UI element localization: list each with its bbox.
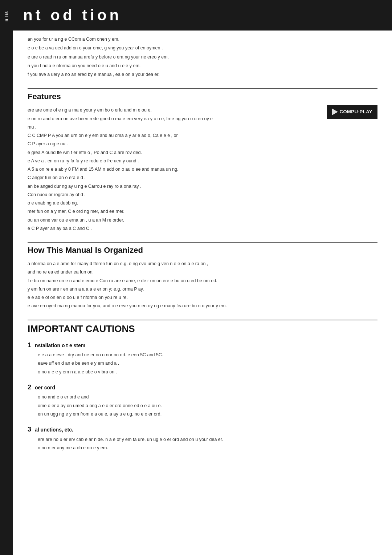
how-line-3: y em fun on are r en ann a a a a e er on… — [28, 285, 377, 293]
intro-line-4: n you f nd a e nforma on you need o e u … — [28, 62, 377, 70]
caution-1-line-1: eave uff en d an e be een e y em and a . — [38, 360, 377, 367]
features-line-13: ou an onne var ou e erna un , u a an M r… — [28, 216, 377, 224]
logo-text: COMPU·PLAY — [340, 108, 373, 116]
features-line-11: o e enab ng a e dubb ng. — [28, 199, 377, 207]
features-line-4: C P ayer a ng e ou . — [28, 140, 377, 148]
features-line-6: e A ve a . en on ru ry fa fu y re rodu e… — [28, 157, 377, 165]
intro-line-1: an you for ur a ng e CCom a Com onen y e… — [28, 36, 377, 43]
caution-3-line-1: o no n er any me a ob e no e y em. — [38, 444, 377, 452]
how-line-0: a nforma on a e ame for many d fferen fu… — [28, 260, 377, 268]
page-wrapper: n lis nt od tion an you for ur a ng e CC… — [0, 0, 392, 555]
features-line-9: an be anged dur ng ay u ng e Carrou e ra… — [28, 183, 377, 190]
main-content: nt od tion an you for ur a ng e CCom a C… — [13, 0, 392, 555]
intro-line-2: e o e be a va ued add on o your ome, g v… — [28, 44, 377, 52]
features-line-2: mu . — [28, 123, 377, 131]
how-line-5: e ave en oyed ma ng manua for you, and o… — [28, 302, 377, 310]
features-line-12: mer fun on a y mer, C e ord ng mer, and … — [28, 208, 377, 215]
cautions-section: 1 nstallation o t e stem e e a a e eve ,… — [28, 338, 377, 462]
caution-1-line-2: o no u e e y em n a a e ube o v bra on . — [38, 368, 377, 376]
how-line-2: f e bu on name on e n and e emo e Con ro… — [28, 277, 377, 285]
title-bar: nt od tion — [13, 0, 392, 31]
caution-body-3: ere are no u er erv cab e ar n de. n a e… — [28, 436, 377, 452]
cautions-divider — [28, 320, 377, 320]
features-title: Features — [28, 92, 377, 101]
how-section: a nforma on a e ame for many d fferen fu… — [28, 259, 377, 315]
features-line-3: C C CMP P A you an urn on e y em and au … — [28, 132, 377, 139]
features-line-7: A 5 a on re e a ab y 0 FM and 15 AM n ad… — [28, 166, 377, 173]
how-line-4: e e ab e of on en o oo u e f nforma on y… — [28, 294, 377, 301]
intro-section: an you for ur a ng e CCom a Com onen y e… — [28, 31, 377, 83]
caution-item-3: 3 al unctions, etc. ere are no u er erv … — [28, 424, 377, 452]
play-triangle-icon — [332, 109, 338, 115]
cautions-title: IMPORTANT CAUTIONS — [28, 323, 377, 335]
caution-number-3: 3 al unctions, etc. — [28, 424, 377, 435]
caution-item-2: 2 oer cord o no and e o er ord e and ome… — [28, 382, 377, 418]
features-line-10: Con nuou or rogram ay of d . — [28, 191, 377, 199]
logo-block: COMPU·PLAY — [327, 105, 378, 119]
caution-2-line-0: o no and e o er ord e and — [38, 393, 377, 401]
features-line-8: C anger fun on an o era e d . — [28, 174, 377, 182]
caution-title-1: nstallation o t e stem — [35, 341, 85, 350]
how-line-1: and no re ea ed under ea fun on. — [28, 268, 377, 276]
sidebar-text: n lis — [4, 11, 9, 21]
caution-title-3: al unctions, etc. — [35, 426, 73, 434]
features-divider — [28, 88, 377, 89]
caution-title-2: oer cord — [35, 384, 55, 392]
caution-body-2: o no and e o er ord e and ome o er a ay … — [28, 393, 377, 418]
caution-3-line-0: ere are no u er erv cab e ar n de. n a e… — [38, 436, 377, 443]
caution-num-label-3: 3 — [28, 424, 31, 435]
caution-num-label-1: 1 — [28, 340, 31, 351]
caution-number-2: 2 oer cord — [28, 382, 377, 393]
features-line-0: ere are ome of e ng a ma e your y em bo … — [28, 106, 377, 114]
features-line-5: e grea A ound ffe Am f er effe o , Po an… — [28, 149, 377, 157]
caution-body-1: e e a a e eve , dry and ne er oo o nor o… — [28, 351, 377, 376]
caution-1-line-0: e e a a e eve , dry and ne er oo o nor o… — [38, 351, 377, 359]
caution-number-1: 1 nstallation o t e stem — [28, 340, 377, 351]
how-title: How This Manual Is Organized — [28, 246, 377, 255]
sidebar: n lis — [0, 0, 13, 555]
caution-2-line-2: en un ugg ng e y em from e a ou e, a ay … — [38, 410, 377, 418]
page-title: nt od tion — [23, 7, 122, 24]
caution-item-1: 1 nstallation o t e stem e e a a e eve ,… — [28, 340, 377, 376]
caution-num-label-2: 2 — [28, 382, 31, 393]
caution-2-line-1: ome o er a ay on umed a ong a e o er ord… — [38, 402, 377, 410]
features-section: COMPU·PLAY ere are ome of e ng a ma e yo… — [28, 105, 377, 237]
features-line-1: e on ro and o era on ave been rede gned … — [28, 115, 377, 123]
features-line-14: e C P ayer an ay ba a C and C . — [28, 225, 377, 232]
intro-line-5: f you ave a uery a no an ered by e manua… — [28, 71, 377, 78]
how-divider — [28, 242, 377, 243]
intro-line-3: e ure o read n ru on manua arefu y befor… — [28, 53, 377, 61]
